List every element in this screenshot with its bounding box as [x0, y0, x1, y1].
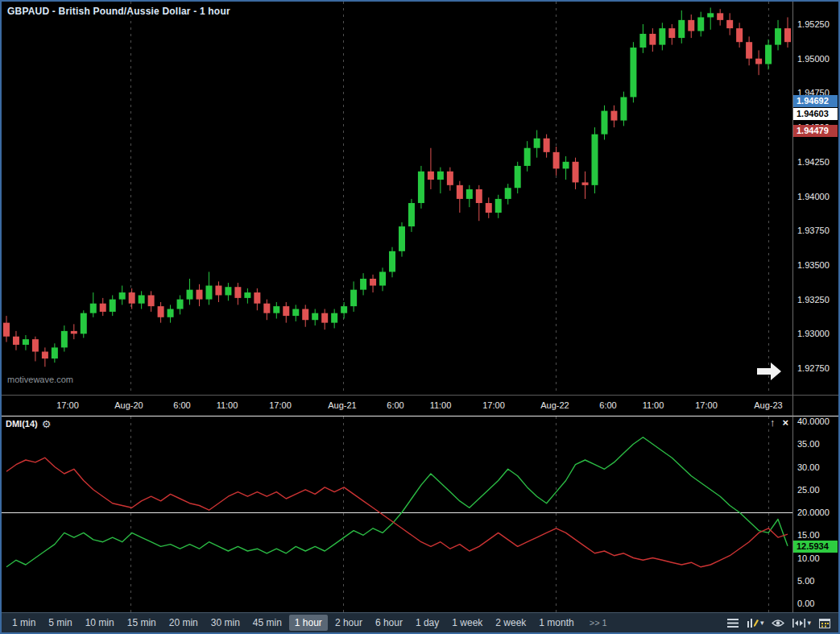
candle	[148, 291, 155, 312]
timeframe-button-1-week[interactable]: 1 week	[446, 615, 488, 631]
candlestick-chart	[2, 2, 792, 395]
candle	[592, 127, 598, 193]
candle	[447, 168, 453, 191]
candle	[177, 295, 184, 314]
dmi-tick-label: 40.0000	[797, 416, 830, 426]
timeframe-button-10-min[interactable]: 10 min	[80, 615, 120, 631]
candle	[168, 305, 174, 322]
dmi-value-badge: 12.5934	[793, 541, 838, 553]
time-axis[interactable]: 17:00Aug-206:0011:0017:00Aug-216:0011:00…	[2, 395, 792, 416]
candle	[52, 343, 58, 363]
time-tick-label: Aug-21	[328, 400, 356, 410]
dmi-tick-label: 20.0000	[797, 508, 830, 517]
candle	[717, 9, 723, 25]
panel-close-icon[interactable]: ×	[782, 417, 788, 429]
price-axis[interactable]: 1.952501.950001.947501.945001.942501.940…	[792, 2, 838, 395]
dmi-indicator-pane[interactable]: DMI(14) ⚙ ↑ ×	[2, 416, 792, 612]
timeframe-button-1-day[interactable]: 1 day	[410, 615, 445, 631]
candle	[129, 288, 135, 309]
timeframe-button-5-min[interactable]: 5 min	[43, 615, 77, 631]
candle	[457, 181, 463, 213]
bottom-toolbar: 1 min5 min10 min15 min20 min30 min45 min…	[2, 612, 838, 632]
candle	[495, 195, 502, 218]
candle	[649, 28, 656, 52]
dmi-axis[interactable]: 40.000035.0030.0025.0020.000015.0010.005…	[792, 416, 838, 612]
candle	[370, 275, 376, 292]
candle	[3, 316, 10, 342]
candle	[234, 283, 241, 305]
candle	[736, 23, 743, 48]
candle	[775, 20, 781, 51]
time-tick-label: 11:00	[430, 400, 452, 410]
candle	[225, 283, 231, 300]
chart-edit-icon[interactable]	[747, 618, 759, 628]
dmi-tick-label: 5.00	[797, 576, 814, 586]
candle	[601, 106, 607, 140]
candle	[765, 39, 772, 70]
dmi-tick-label: 25.00	[797, 485, 820, 495]
time-tick-label: Aug-22	[540, 400, 569, 410]
candle	[321, 309, 328, 330]
timeframe-button-1-min[interactable]: 1 min	[6, 615, 41, 631]
time-tick-label: 17:00	[695, 400, 718, 410]
candle	[668, 24, 675, 45]
candle	[659, 23, 665, 50]
menu-icon[interactable]	[727, 619, 739, 628]
time-tick-label: 6:00	[173, 400, 190, 410]
candle	[428, 148, 434, 189]
candle	[350, 281, 357, 312]
candle	[610, 106, 617, 127]
timeframe-button-2-hour[interactable]: 2 hour	[329, 615, 368, 631]
chart-edit-caret-icon[interactable]: ▾	[760, 619, 764, 627]
eye-icon[interactable]	[772, 619, 784, 628]
timeframe-button-6-hour[interactable]: 6 hour	[370, 615, 408, 631]
candle	[197, 284, 203, 306]
jump-to-latest-arrow-icon[interactable]	[757, 363, 781, 380]
calendar-icon[interactable]	[819, 618, 830, 628]
time-tick-label: 11:00	[217, 400, 238, 410]
price-tick-label: 1.95000	[797, 54, 830, 64]
candle	[244, 288, 250, 304]
dmi-tick-label: 15.00	[797, 530, 820, 540]
plus-di-line	[6, 437, 788, 567]
candle	[476, 185, 482, 221]
timeframe-button-1-hour[interactable]: 1 hour	[289, 615, 328, 631]
candle	[620, 92, 627, 126]
candle	[273, 302, 279, 318]
price-tick-label: 1.93250	[797, 295, 830, 305]
price-tick-label: 1.93000	[797, 329, 830, 338]
price-pane[interactable]: GBPAUD - British Pound/Aussie Dollar - 1…	[2, 2, 792, 395]
price-tick-label: 1.92750	[797, 363, 830, 373]
timeframe-button-20-min[interactable]: 20 min	[163, 615, 204, 631]
time-tick-label: 11:00	[643, 400, 664, 410]
time-tick-label: Aug-20	[114, 400, 143, 410]
candle	[466, 185, 473, 207]
dmi-tick-label: 10.00	[797, 553, 820, 563]
candle	[254, 288, 260, 310]
price-tick-label: 1.94250	[797, 157, 830, 167]
timeframe-button-1-month[interactable]: 1 month	[533, 615, 579, 631]
candle	[630, 42, 636, 102]
gear-icon[interactable]: ⚙	[42, 420, 52, 429]
candle	[726, 13, 733, 35]
candle	[389, 247, 395, 278]
price-tick-label: 1.93750	[797, 226, 830, 235]
timeframe-button-15-min[interactable]: 15 min	[122, 615, 162, 631]
candle	[582, 172, 589, 199]
ask-price-badge: 1.94692	[793, 95, 838, 107]
candle	[678, 10, 685, 44]
scroll-range-caret-icon[interactable]: ▾	[807, 619, 811, 627]
panel-up-icon[interactable]: ↑	[770, 417, 776, 429]
candle	[100, 298, 106, 316]
timeframe-button-2-week[interactable]: 2 week	[490, 615, 532, 631]
timeframe-button-30-min[interactable]: 30 min	[205, 615, 246, 631]
price-tick-label: 1.95250	[797, 19, 830, 29]
candle	[688, 15, 694, 38]
candle	[563, 156, 569, 180]
timeframe-button-45-min[interactable]: 45 min	[247, 615, 288, 631]
motivewave-chart-window: GBPAUD - British Pound/Aussie Dollar - 1…	[0, 0, 840, 634]
candle	[697, 12, 704, 37]
candle	[61, 325, 68, 351]
candle	[784, 17, 791, 48]
scroll-range-icon[interactable]	[792, 619, 805, 628]
